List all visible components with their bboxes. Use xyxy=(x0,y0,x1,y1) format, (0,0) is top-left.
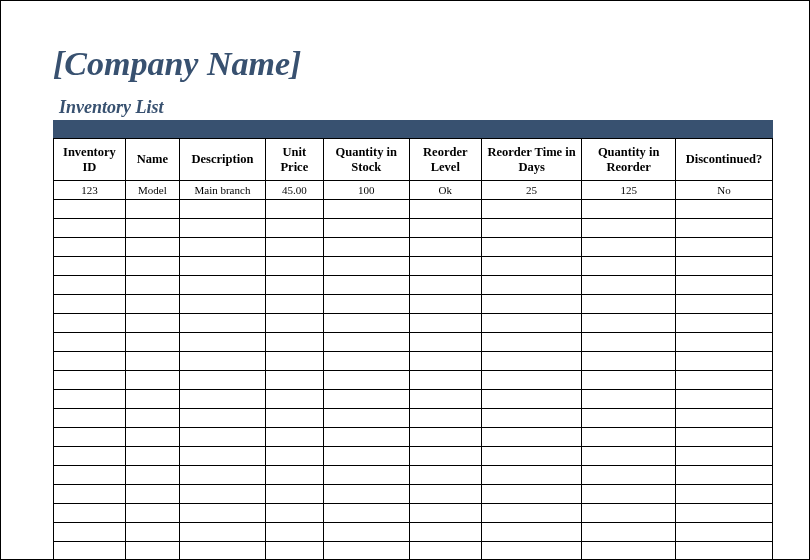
cell-empty[interactable] xyxy=(675,390,772,409)
cell-empty[interactable] xyxy=(54,466,126,485)
cell-empty[interactable] xyxy=(54,295,126,314)
table-row[interactable]: 123ModelMain branch45.00100Ok25125No xyxy=(54,181,773,200)
cell-empty[interactable] xyxy=(266,371,324,390)
table-row-empty[interactable] xyxy=(54,352,773,371)
cell-empty[interactable] xyxy=(179,200,265,219)
cell-empty[interactable] xyxy=(54,238,126,257)
cell-empty[interactable] xyxy=(409,200,481,219)
cell-empty[interactable] xyxy=(323,542,409,561)
cell-empty[interactable] xyxy=(323,238,409,257)
cell-empty[interactable] xyxy=(266,333,324,352)
cell-empty[interactable] xyxy=(582,333,675,352)
cell-empty[interactable] xyxy=(409,409,481,428)
table-row-empty[interactable] xyxy=(54,257,773,276)
cell-empty[interactable] xyxy=(125,257,179,276)
cell-empty[interactable] xyxy=(266,257,324,276)
cell-empty[interactable] xyxy=(179,466,265,485)
cell-empty[interactable] xyxy=(582,295,675,314)
table-row-empty[interactable] xyxy=(54,504,773,523)
cell-empty[interactable] xyxy=(675,485,772,504)
cell-reorder_level[interactable]: Ok xyxy=(409,181,481,200)
cell-empty[interactable] xyxy=(582,314,675,333)
cell-empty[interactable] xyxy=(582,219,675,238)
cell-empty[interactable] xyxy=(409,504,481,523)
cell-empty[interactable] xyxy=(675,219,772,238)
cell-empty[interactable] xyxy=(481,523,582,542)
cell-empty[interactable] xyxy=(409,333,481,352)
cell-empty[interactable] xyxy=(266,200,324,219)
cell-empty[interactable] xyxy=(54,257,126,276)
cell-empty[interactable] xyxy=(266,523,324,542)
cell-empty[interactable] xyxy=(179,447,265,466)
cell-empty[interactable] xyxy=(179,390,265,409)
cell-empty[interactable] xyxy=(323,333,409,352)
cell-empty[interactable] xyxy=(323,504,409,523)
cell-empty[interactable] xyxy=(54,428,126,447)
cell-empty[interactable] xyxy=(675,542,772,561)
cell-empty[interactable] xyxy=(409,466,481,485)
cell-empty[interactable] xyxy=(323,295,409,314)
cell-empty[interactable] xyxy=(481,371,582,390)
cell-reorder_time[interactable]: 25 xyxy=(481,181,582,200)
cell-empty[interactable] xyxy=(125,276,179,295)
cell-empty[interactable] xyxy=(266,352,324,371)
table-row-empty[interactable] xyxy=(54,428,773,447)
cell-empty[interactable] xyxy=(125,371,179,390)
cell-empty[interactable] xyxy=(582,466,675,485)
cell-empty[interactable] xyxy=(409,371,481,390)
cell-empty[interactable] xyxy=(54,485,126,504)
cell-empty[interactable] xyxy=(675,314,772,333)
cell-name[interactable]: Model xyxy=(125,181,179,200)
cell-empty[interactable] xyxy=(323,466,409,485)
cell-empty[interactable] xyxy=(675,238,772,257)
cell-empty[interactable] xyxy=(481,352,582,371)
cell-empty[interactable] xyxy=(409,219,481,238)
cell-empty[interactable] xyxy=(266,485,324,504)
cell-description[interactable]: Main branch xyxy=(179,181,265,200)
cell-empty[interactable] xyxy=(582,447,675,466)
cell-empty[interactable] xyxy=(675,276,772,295)
cell-empty[interactable] xyxy=(409,542,481,561)
cell-empty[interactable] xyxy=(266,276,324,295)
table-row-empty[interactable] xyxy=(54,276,773,295)
cell-empty[interactable] xyxy=(125,504,179,523)
cell-empty[interactable] xyxy=(409,295,481,314)
cell-empty[interactable] xyxy=(481,200,582,219)
cell-empty[interactable] xyxy=(409,447,481,466)
cell-empty[interactable] xyxy=(323,371,409,390)
table-row-empty[interactable] xyxy=(54,219,773,238)
cell-empty[interactable] xyxy=(54,447,126,466)
cell-empty[interactable] xyxy=(582,238,675,257)
cell-empty[interactable] xyxy=(409,485,481,504)
table-row-empty[interactable] xyxy=(54,238,773,257)
cell-empty[interactable] xyxy=(54,409,126,428)
cell-empty[interactable] xyxy=(125,390,179,409)
cell-empty[interactable] xyxy=(675,371,772,390)
cell-empty[interactable] xyxy=(179,276,265,295)
cell-empty[interactable] xyxy=(582,523,675,542)
table-row-empty[interactable] xyxy=(54,447,773,466)
cell-empty[interactable] xyxy=(125,219,179,238)
cell-empty[interactable] xyxy=(266,428,324,447)
table-row-empty[interactable] xyxy=(54,466,773,485)
cell-empty[interactable] xyxy=(675,333,772,352)
cell-id[interactable]: 123 xyxy=(54,181,126,200)
cell-empty[interactable] xyxy=(266,447,324,466)
cell-empty[interactable] xyxy=(179,428,265,447)
cell-empty[interactable] xyxy=(481,219,582,238)
cell-empty[interactable] xyxy=(179,333,265,352)
cell-empty[interactable] xyxy=(125,447,179,466)
table-row-empty[interactable] xyxy=(54,314,773,333)
cell-empty[interactable] xyxy=(266,504,324,523)
cell-empty[interactable] xyxy=(266,314,324,333)
cell-empty[interactable] xyxy=(323,352,409,371)
cell-unit_price[interactable]: 45.00 xyxy=(266,181,324,200)
cell-empty[interactable] xyxy=(675,428,772,447)
cell-empty[interactable] xyxy=(582,542,675,561)
cell-empty[interactable] xyxy=(54,542,126,561)
cell-empty[interactable] xyxy=(179,523,265,542)
cell-qty_reorder[interactable]: 125 xyxy=(582,181,675,200)
table-row-empty[interactable] xyxy=(54,333,773,352)
cell-empty[interactable] xyxy=(675,523,772,542)
cell-empty[interactable] xyxy=(323,257,409,276)
